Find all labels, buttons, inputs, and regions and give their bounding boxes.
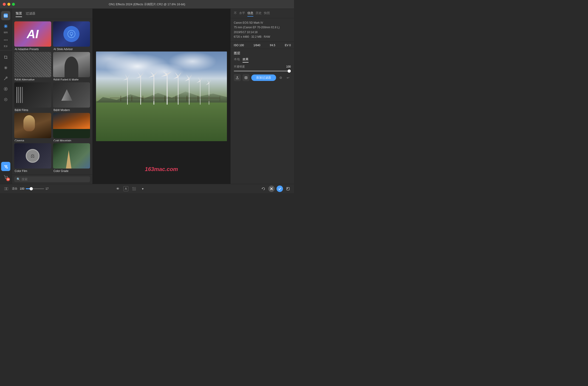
search-input[interactable] bbox=[21, 178, 88, 181]
search-icon: 🔍 bbox=[17, 178, 20, 181]
tab-right-history[interactable]: 历史 bbox=[256, 11, 262, 17]
preset-ai-style[interactable]: AI Style Advisor bbox=[53, 21, 90, 50]
cancel-button[interactable] bbox=[268, 185, 275, 192]
sidebar-icon-crop[interactable] bbox=[1, 53, 10, 62]
camera-info: Canon EOS 5D Mark IV bbox=[234, 21, 291, 25]
shutter-value: 1/640 bbox=[253, 44, 260, 47]
edit-stack: 编辑 bbox=[1, 22, 10, 34]
export-icon bbox=[236, 76, 239, 79]
svg-point-22 bbox=[70, 32, 73, 35]
svg-point-7 bbox=[5, 40, 6, 41]
layers-title: 图层 bbox=[234, 51, 291, 55]
sidebar-icon-paint[interactable] bbox=[1, 84, 10, 93]
preset-bw-alt[interactable]: B&W Alternative bbox=[14, 52, 51, 81]
preset-cinema[interactable]: Cinema bbox=[14, 113, 51, 142]
preset-color-film[interactable]: ⚖ Color Film bbox=[14, 143, 51, 172]
settings-button[interactable]: ⚙ bbox=[278, 75, 283, 80]
preset-thumb-bw-modern bbox=[53, 82, 90, 108]
sidebar-icon-edit[interactable] bbox=[1, 22, 10, 31]
close-button[interactable] bbox=[3, 3, 6, 6]
titlebar: ON1 Effects 2024 (Effects 示例照片.CR2 @ 17.… bbox=[0, 0, 294, 9]
watermark: 163mac.com bbox=[145, 166, 178, 172]
zoom-thumb[interactable] bbox=[30, 187, 33, 190]
svg-marker-32 bbox=[136, 76, 141, 79]
opacity-slider[interactable] bbox=[234, 70, 291, 71]
sidebar-icon-search[interactable] bbox=[1, 162, 10, 171]
tab-right-snapshot[interactable]: 快照 bbox=[264, 11, 270, 17]
opacity-row: 不透明度 100 bbox=[234, 65, 291, 69]
sidebar-icon-more[interactable] bbox=[1, 35, 10, 45]
ev-value: EV 0 bbox=[285, 44, 291, 47]
tab-right-bu[interactable]: 不 bbox=[234, 11, 237, 17]
tab-presets[interactable]: 预置 bbox=[16, 11, 22, 17]
sidebar-icon-circle[interactable] bbox=[1, 95, 10, 104]
svg-marker-39 bbox=[167, 71, 171, 75]
a-button[interactable]: A bbox=[123, 186, 128, 191]
svg-rect-70 bbox=[4, 187, 6, 190]
eye-button[interactable]: 👁 bbox=[115, 185, 121, 192]
svg-marker-55 bbox=[209, 80, 211, 84]
more-stack: 更多 bbox=[1, 35, 10, 48]
svg-marker-48 bbox=[185, 78, 189, 81]
dots-icon bbox=[4, 38, 8, 42]
mask-button[interactable] bbox=[243, 74, 250, 81]
dropdown-button[interactable]: ▾ bbox=[139, 185, 146, 192]
sidebar-icon-cart[interactable]: 30 bbox=[1, 172, 10, 182]
panels-toggle-button[interactable] bbox=[3, 185, 10, 192]
sidebar-icon-retouch[interactable] bbox=[1, 74, 10, 83]
export-button[interactable] bbox=[234, 74, 241, 81]
maximize-button[interactable] bbox=[12, 3, 15, 6]
bottom-right bbox=[260, 185, 291, 192]
confirm-button[interactable] bbox=[276, 185, 283, 192]
preset-label-bw-alt: B&W Alternative bbox=[14, 77, 51, 81]
layers-tab-effects[interactable]: 效果 bbox=[243, 57, 249, 63]
preset-ai-adaptive[interactable]: AI AI Adaptive Presets bbox=[14, 21, 51, 50]
opacity-value: 100 bbox=[286, 65, 291, 68]
preset-thumb-cinema bbox=[14, 113, 51, 138]
preset-bw-faded[interactable]: B&W Faded & Matte bbox=[53, 52, 90, 81]
svg-marker-47 bbox=[189, 74, 192, 80]
traffic-lights[interactable] bbox=[3, 3, 15, 6]
minimize-button[interactable] bbox=[7, 3, 10, 6]
preset-label-ai-adaptive: AI Adaptive Presets bbox=[14, 47, 51, 50]
add-filter-button[interactable]: 添加过滤器 bbox=[251, 74, 276, 81]
preset-cold-mountain[interactable]: Cold Mountain bbox=[53, 113, 90, 142]
preset-label-cinema: Cinema bbox=[14, 138, 51, 142]
exif-ev: EV 0 bbox=[285, 44, 291, 47]
photo-canvas bbox=[96, 51, 227, 141]
svg-marker-52 bbox=[196, 80, 200, 83]
info-section: Canon EOS 5D Mark IV 75 mm (Canon EF 70-… bbox=[231, 18, 294, 42]
exif-shutter: 1/640 bbox=[253, 44, 260, 47]
camera-button[interactable]: ⬛ bbox=[131, 185, 137, 192]
fit-button[interactable]: 适合 bbox=[12, 187, 18, 191]
circle-icon bbox=[4, 97, 8, 102]
search-input-wrap: 🔍 bbox=[14, 176, 90, 182]
cart-badge: 30 bbox=[6, 178, 10, 181]
sidebar-icon-on1[interactable]: O1 bbox=[1, 11, 10, 20]
tab-right-horizontal[interactable]: 水平 bbox=[239, 11, 245, 17]
preset-label-bw-faded: B&W Faded & Matte bbox=[53, 77, 90, 81]
lens-info: 75 mm (Canon EF 70-200mm f/2.8 L) bbox=[234, 25, 291, 30]
expand-button[interactable] bbox=[285, 185, 291, 192]
preset-thumb-color-grade bbox=[53, 143, 90, 168]
undo-button[interactable] bbox=[260, 185, 266, 192]
sidebar-icon-transform[interactable] bbox=[1, 63, 10, 72]
zoom-slider[interactable] bbox=[26, 188, 44, 189]
panel-tabs: 预置 过滤器 bbox=[12, 9, 92, 19]
preset-color-grade[interactable]: Color Grade bbox=[53, 143, 90, 172]
exif-iso: ISO 100 bbox=[234, 44, 244, 47]
opacity-slider-thumb[interactable] bbox=[288, 69, 291, 73]
svg-point-11 bbox=[5, 88, 6, 90]
preset-label-cold-mountain: Cold Mountain bbox=[53, 138, 90, 142]
tab-filters[interactable]: 过滤器 bbox=[26, 11, 35, 17]
svg-marker-35 bbox=[154, 71, 158, 76]
redo-button[interactable]: ↩ bbox=[285, 75, 291, 80]
undo-icon bbox=[261, 187, 265, 191]
tab-right-info[interactable]: 信息 bbox=[247, 11, 253, 17]
chat-bubble-icon bbox=[63, 26, 80, 42]
preset-bw-films[interactable]: B&W Films bbox=[14, 82, 51, 111]
preset-bw-modern[interactable]: B&W Modern bbox=[53, 82, 90, 111]
svg-point-8 bbox=[7, 40, 8, 41]
windmills-svg bbox=[110, 71, 220, 105]
layers-tab-local[interactable]: 本地 bbox=[234, 57, 240, 63]
